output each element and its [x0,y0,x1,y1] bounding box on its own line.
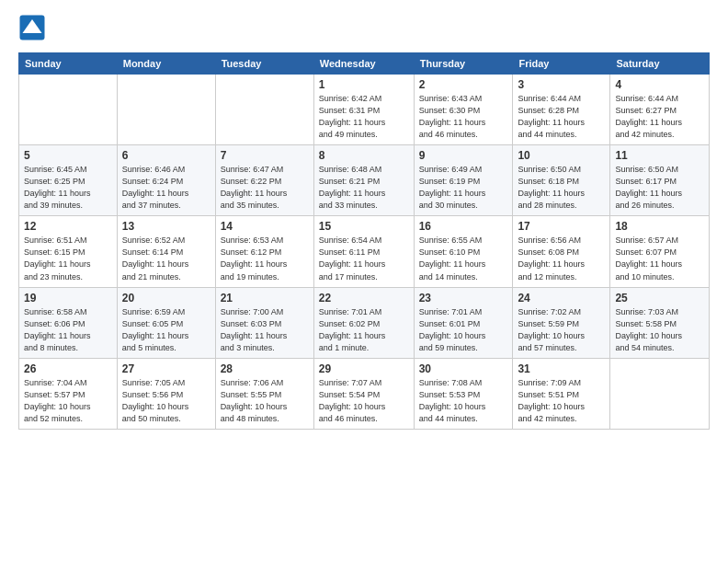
day-info: Sunrise: 7:01 AM Sunset: 6:02 PM Dayligh… [319,306,409,354]
calendar-cell: 15Sunrise: 6:54 AM Sunset: 6:11 PM Dayli… [313,216,414,287]
calendar-cell: 18Sunrise: 6:57 AM Sunset: 6:07 PM Dayli… [610,216,710,287]
day-info: Sunrise: 7:07 AM Sunset: 5:54 PM Dayligh… [319,377,409,425]
day-info: Sunrise: 6:43 AM Sunset: 6:30 PM Dayligh… [419,93,508,141]
day-info: Sunrise: 7:00 AM Sunset: 6:03 PM Dayligh… [221,306,309,354]
day-info: Sunrise: 6:52 AM Sunset: 6:14 PM Dayligh… [122,235,210,282]
calendar-cell: 23Sunrise: 7:01 AM Sunset: 6:01 PM Dayli… [414,287,513,358]
calendar-cell: 14Sunrise: 6:53 AM Sunset: 6:12 PM Dayli… [215,216,313,287]
day-info: Sunrise: 6:53 AM Sunset: 6:12 PM Dayligh… [221,235,309,282]
calendar-cell: 17Sunrise: 6:56 AM Sunset: 6:08 PM Dayli… [513,216,610,287]
calendar-cell: 27Sunrise: 7:05 AM Sunset: 5:56 PM Dayli… [117,358,215,429]
day-info: Sunrise: 7:05 AM Sunset: 5:56 PM Dayligh… [122,377,210,425]
day-number: 3 [518,78,605,91]
calendar-cell: 1Sunrise: 6:42 AM Sunset: 6:31 PM Daylig… [313,75,414,145]
day-number: 13 [122,220,210,233]
day-number: 30 [419,362,508,375]
calendar-cell: 4Sunrise: 6:44 AM Sunset: 6:27 PM Daylig… [610,75,710,145]
calendar-cell: 12Sunrise: 6:51 AM Sunset: 6:15 PM Dayli… [19,216,118,287]
day-info: Sunrise: 6:58 AM Sunset: 6:06 PM Dayligh… [24,306,112,354]
day-info: Sunrise: 6:45 AM Sunset: 6:25 PM Dayligh… [24,164,112,212]
day-info: Sunrise: 6:47 AM Sunset: 6:22 PM Dayligh… [221,164,309,212]
weekday-header-tuesday: Tuesday [215,53,313,75]
calendar-cell: 10Sunrise: 6:50 AM Sunset: 6:18 PM Dayli… [513,145,610,216]
day-number: 1 [319,78,409,91]
calendar-cell: 3Sunrise: 6:44 AM Sunset: 6:28 PM Daylig… [513,75,610,145]
day-number: 16 [419,220,508,233]
day-number: 6 [122,149,210,162]
weekday-header-row: SundayMondayTuesdayWednesdayThursdayFrid… [19,53,710,75]
weekday-header-friday: Friday [513,53,610,75]
day-number: 28 [221,362,309,375]
day-number: 15 [319,220,409,233]
day-number: 22 [319,292,409,304]
calendar-cell: 2Sunrise: 6:43 AM Sunset: 6:30 PM Daylig… [414,75,513,145]
day-info: Sunrise: 6:56 AM Sunset: 6:08 PM Dayligh… [518,235,605,282]
day-info: Sunrise: 7:09 AM Sunset: 5:51 PM Dayligh… [518,377,605,425]
header [18,14,710,41]
calendar-week-1: 1Sunrise: 6:42 AM Sunset: 6:31 PM Daylig… [19,75,710,145]
calendar-cell: 19Sunrise: 6:58 AM Sunset: 6:06 PM Dayli… [19,287,118,358]
calendar-week-3: 12Sunrise: 6:51 AM Sunset: 6:15 PM Dayli… [19,216,710,287]
day-number: 9 [419,149,508,162]
day-number: 12 [24,220,112,233]
day-number: 7 [221,149,309,162]
day-number: 24 [518,292,605,304]
calendar-cell: 26Sunrise: 7:04 AM Sunset: 5:57 PM Dayli… [19,358,118,429]
day-info: Sunrise: 6:51 AM Sunset: 6:15 PM Dayligh… [24,235,112,282]
day-number: 26 [24,362,112,375]
day-number: 19 [24,292,112,304]
day-number: 4 [615,78,704,91]
day-number: 14 [221,220,309,233]
weekday-header-sunday: Sunday [19,53,118,75]
calendar-cell: 28Sunrise: 7:06 AM Sunset: 5:55 PM Dayli… [215,358,313,429]
calendar-cell: 7Sunrise: 6:47 AM Sunset: 6:22 PM Daylig… [215,145,313,216]
day-info: Sunrise: 7:08 AM Sunset: 5:53 PM Dayligh… [419,377,508,425]
calendar-cell: 25Sunrise: 7:03 AM Sunset: 5:58 PM Dayli… [610,287,710,358]
day-number: 20 [122,292,210,304]
day-info: Sunrise: 7:04 AM Sunset: 5:57 PM Dayligh… [24,377,112,425]
calendar-cell: 22Sunrise: 7:01 AM Sunset: 6:02 PM Dayli… [313,287,414,358]
day-number: 18 [615,220,704,233]
day-info: Sunrise: 6:59 AM Sunset: 6:05 PM Dayligh… [122,306,210,354]
day-info: Sunrise: 6:50 AM Sunset: 6:18 PM Dayligh… [518,164,605,212]
calendar-cell: 20Sunrise: 6:59 AM Sunset: 6:05 PM Dayli… [117,287,215,358]
calendar-cell: 8Sunrise: 6:48 AM Sunset: 6:21 PM Daylig… [313,145,414,216]
day-info: Sunrise: 7:03 AM Sunset: 5:58 PM Dayligh… [615,306,704,354]
day-info: Sunrise: 7:01 AM Sunset: 6:01 PM Dayligh… [419,306,508,354]
day-number: 29 [319,362,409,375]
day-info: Sunrise: 6:49 AM Sunset: 6:19 PM Dayligh… [419,164,508,212]
calendar-cell: 21Sunrise: 7:00 AM Sunset: 6:03 PM Dayli… [215,287,313,358]
calendar-cell: 30Sunrise: 7:08 AM Sunset: 5:53 PM Dayli… [414,358,513,429]
day-info: Sunrise: 6:42 AM Sunset: 6:31 PM Dayligh… [319,93,409,141]
day-number: 11 [615,149,704,162]
day-number: 17 [518,220,605,233]
calendar-cell: 6Sunrise: 6:46 AM Sunset: 6:24 PM Daylig… [117,145,215,216]
calendar-cell: 31Sunrise: 7:09 AM Sunset: 5:51 PM Dayli… [513,358,610,429]
calendar-cell: 29Sunrise: 7:07 AM Sunset: 5:54 PM Dayli… [313,358,414,429]
calendar-week-2: 5Sunrise: 6:45 AM Sunset: 6:25 PM Daylig… [19,145,710,216]
day-info: Sunrise: 7:06 AM Sunset: 5:55 PM Dayligh… [221,377,309,425]
day-info: Sunrise: 6:55 AM Sunset: 6:10 PM Dayligh… [419,235,508,282]
day-info: Sunrise: 6:44 AM Sunset: 6:28 PM Dayligh… [518,93,605,141]
calendar-cell: 9Sunrise: 6:49 AM Sunset: 6:19 PM Daylig… [414,145,513,216]
day-number: 10 [518,149,605,162]
day-info: Sunrise: 6:44 AM Sunset: 6:27 PM Dayligh… [615,93,704,141]
day-info: Sunrise: 6:57 AM Sunset: 6:07 PM Dayligh… [615,235,704,282]
calendar-cell: 16Sunrise: 6:55 AM Sunset: 6:10 PM Dayli… [414,216,513,287]
day-number: 23 [419,292,508,304]
day-number: 21 [221,292,309,304]
weekday-header-monday: Monday [117,53,215,75]
day-number: 31 [518,362,605,375]
calendar-cell [215,75,313,145]
calendar-cell: 5Sunrise: 6:45 AM Sunset: 6:25 PM Daylig… [19,145,118,216]
day-number: 5 [24,149,112,162]
day-info: Sunrise: 7:02 AM Sunset: 5:59 PM Dayligh… [518,306,605,354]
weekday-header-wednesday: Wednesday [313,53,414,75]
calendar-week-5: 26Sunrise: 7:04 AM Sunset: 5:57 PM Dayli… [19,358,710,429]
day-number: 8 [319,149,409,162]
calendar-cell [117,75,215,145]
weekday-header-thursday: Thursday [414,53,513,75]
calendar-cell [610,358,710,429]
logo [18,14,48,41]
day-info: Sunrise: 6:46 AM Sunset: 6:24 PM Dayligh… [122,164,210,212]
